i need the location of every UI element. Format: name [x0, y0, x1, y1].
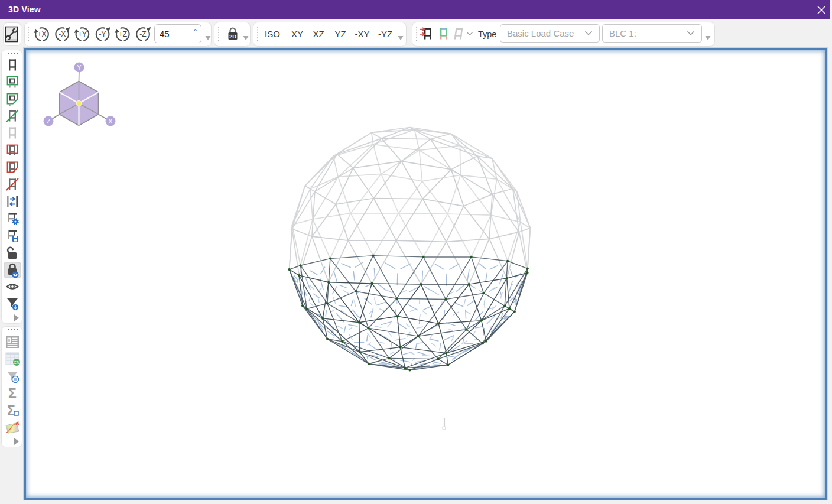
svg-text:X: X — [108, 118, 113, 125]
svg-text:+Z: +Z — [119, 30, 127, 38]
svg-text:Σ: Σ — [8, 386, 17, 401]
svg-text:XY: XY — [291, 29, 303, 39]
svg-text:2D: 2D — [229, 33, 236, 40]
svg-text:-XY: -XY — [355, 29, 369, 39]
svg-text:Y: Y — [77, 64, 82, 71]
svg-text:CN: CN — [14, 360, 20, 365]
svg-text:YZ: YZ — [334, 29, 346, 39]
svg-text:+Y: +Y — [78, 30, 87, 38]
svg-text:ISO: ISO — [265, 29, 280, 39]
svg-text:BLC 1:: BLC 1: — [609, 28, 636, 38]
svg-text:Σ: Σ — [7, 403, 15, 418]
svg-text:45: 45 — [160, 29, 170, 39]
svg-text:+X: +X — [37, 30, 46, 38]
svg-text:-Y: -Y — [99, 30, 106, 38]
svg-text:°: ° — [194, 27, 197, 36]
svg-text:-Z: -Z — [139, 30, 146, 38]
svg-text:Z: Z — [47, 118, 51, 125]
svg-text:Basic Load Case: Basic Load Case — [507, 28, 574, 38]
svg-text:-X: -X — [58, 30, 66, 38]
svg-text:-YZ: -YZ — [378, 29, 392, 39]
svg-text:Type: Type — [478, 30, 496, 39]
svg-text:XZ: XZ — [313, 29, 324, 39]
